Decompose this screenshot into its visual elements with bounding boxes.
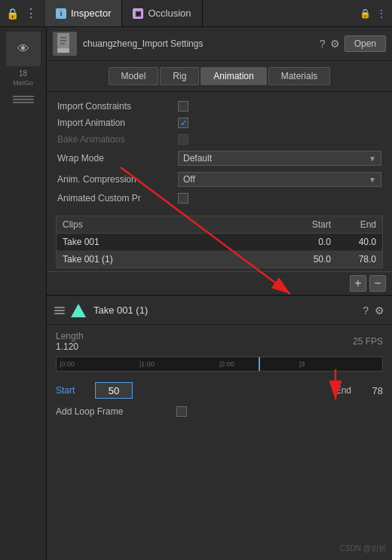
timeline-bar[interactable]: |0:00 |1:00 |2:00 |3 (56, 357, 383, 372)
fps-value: 25 FPS (353, 336, 383, 347)
clip-name-1: Take 001 (63, 237, 286, 247)
clips-section: Clips Start End Take 001 0.0 40.0 Take 0… (56, 216, 383, 268)
help-icon[interactable]: ? (320, 38, 326, 50)
add-loop-row: Add Loop Frame (47, 403, 392, 420)
table-row[interactable]: Take 001 0.0 40.0 (57, 234, 382, 251)
content-tabs: Model Rig Animation Materials (47, 61, 392, 92)
sidebar: 👁 18 MeiGo (0, 27, 47, 560)
bake-animations-checkbox[interactable] (178, 134, 188, 145)
end-value: 78 (360, 385, 383, 396)
animated-custom-checkbox[interactable] (178, 193, 188, 203)
file-icon (53, 32, 77, 56)
table-row[interactable]: Take 001 (1) 50.0 78.0 (57, 251, 382, 268)
menu-icon-right[interactable]: ⋮ (377, 8, 386, 19)
settings-icon[interactable]: ⚙ (330, 38, 340, 50)
anim-compression-arrow: ▼ (369, 176, 376, 184)
watermark: CSDN @切韧 (340, 543, 386, 554)
anim-compression-row: Anim. Compression Off ▼ (56, 169, 383, 190)
length-label: Length 1.120 (56, 331, 101, 352)
wrap-mode-dropdown[interactable]: Default ▼ (178, 151, 381, 166)
occlusion-tab[interactable]: ▣ Occlusion (122, 0, 202, 26)
tick-0: |0:00 (60, 360, 139, 368)
start-end-row: Start 50 End 78 (47, 378, 392, 403)
inspector-panel: chuangzheng_Import Settings ? ⚙ Open Mod… (47, 27, 392, 560)
anim-actions: ? ⚙ (363, 304, 384, 317)
sidebar-eye-icon[interactable]: 👁 (6, 32, 41, 66)
clips-col-name: Clips (63, 219, 286, 230)
end-label: End (335, 385, 351, 396)
wrap-mode-arrow: ▼ (369, 155, 376, 163)
remove-clip-button[interactable]: − (369, 275, 386, 292)
top-bar: 🔒 ⋮ i Inspector ▣ Occlusion 🔒 ⋮ (0, 0, 392, 27)
lock-icon[interactable]: 🔒 (6, 8, 19, 20)
inspector-icon: i (56, 8, 66, 19)
bake-animations-row: Bake Animations (56, 131, 383, 148)
add-loop-checkbox[interactable] (176, 406, 187, 417)
inspector-tab-label: Inspector (71, 8, 111, 19)
timeline-ticks: |0:00 |1:00 |2:00 |3 (57, 360, 382, 368)
sidebar-lines (13, 96, 34, 103)
clip-end-1: 40.0 (331, 237, 376, 247)
animated-custom-row: Animated Custom Pr (56, 190, 383, 207)
import-constraints-row: Import Constraints (56, 98, 383, 115)
clips-col-start: Start (286, 219, 331, 230)
animated-custom-label: Animated Custom Pr (57, 193, 178, 203)
clips-buttons: + − (47, 271, 392, 295)
clips-col-end: End (331, 219, 376, 230)
import-constraints-checkbox[interactable] (178, 101, 188, 112)
form-section: Import Constraints Import Animation Bake… (47, 92, 392, 213)
lock-icon-right[interactable]: 🔒 (360, 8, 371, 19)
length-row: Length 1.120 25 FPS (56, 331, 383, 352)
file-title: chuangzheng_Import Settings (83, 38, 314, 49)
anim-compression-dropdown[interactable]: Off ▼ (178, 172, 381, 187)
sidebar-count: 18 (19, 69, 27, 78)
occlusion-icon: ▣ (133, 8, 143, 19)
tab-animation[interactable]: Animation (201, 67, 266, 85)
anim-help-icon[interactable]: ? (363, 304, 369, 317)
sidebar-meigo-label: MeiGo (13, 79, 33, 87)
occlusion-tab-label: Occlusion (148, 8, 191, 19)
tick-1: |1:00 (139, 360, 219, 368)
top-bar-left: 🔒 ⋮ (0, 6, 45, 20)
wrap-mode-label: Wrap Mode (57, 153, 178, 164)
inspector-tab[interactable]: i Inspector (45, 0, 122, 26)
tab-group: i Inspector ▣ Occlusion (45, 0, 354, 26)
anim-title: Take 001 (1) (93, 304, 357, 316)
clips-header: Clips Start End (57, 216, 382, 234)
anim-settings-icon[interactable]: ⚙ (375, 304, 384, 317)
file-header: chuangzheng_Import Settings ? ⚙ Open (47, 27, 392, 61)
top-bar-right: 🔒 ⋮ (354, 8, 392, 19)
add-clip-button[interactable]: + (350, 275, 366, 292)
clip-start-2: 50.0 (286, 254, 331, 265)
start-label: Start (56, 385, 86, 396)
anim-compression-value: Off (183, 174, 195, 185)
tab-materials[interactable]: Materials (268, 67, 331, 85)
import-animation-row: Import Animation (56, 115, 383, 131)
wrap-mode-value: Default (183, 153, 212, 164)
import-animation-label: Import Animation (57, 118, 178, 128)
bake-animations-label: Bake Animations (57, 134, 178, 145)
anim-panel: Take 001 (1) ? ⚙ Length 1.120 25 FPS (47, 295, 392, 420)
file-actions: ? ⚙ Open (320, 35, 386, 52)
tick-3: |3 (299, 360, 379, 368)
triangle-icon (69, 301, 87, 320)
anim-compression-label: Anim. Compression (57, 174, 178, 185)
import-animation-checkbox[interactable] (178, 118, 188, 128)
clip-end-2: 78.0 (331, 254, 376, 265)
import-constraints-label: Import Constraints (57, 101, 178, 112)
wrap-mode-row: Wrap Mode Default ▼ (56, 148, 383, 169)
menu-icon[interactable]: ⋮ (25, 6, 37, 20)
timeline-playhead (259, 357, 260, 371)
main-area: 👁 18 MeiGo chuangzhen (0, 27, 392, 560)
tab-rig[interactable]: Rig (160, 67, 199, 85)
anim-lines-icon (54, 301, 87, 320)
open-button[interactable]: Open (345, 35, 386, 52)
svg-rect-1 (57, 48, 69, 53)
clip-name-2: Take 001 (1) (63, 254, 286, 265)
clip-start-1: 0.0 (286, 237, 331, 247)
add-loop-label: Add Loop Frame (56, 406, 176, 417)
timeline-section: Length 1.120 25 FPS |0:00 |1:00 |2:00 |3 (47, 325, 392, 378)
start-input[interactable]: 50 (95, 382, 133, 399)
anim-header: Take 001 (1) ? ⚙ (47, 296, 392, 325)
tab-model[interactable]: Model (109, 67, 159, 85)
